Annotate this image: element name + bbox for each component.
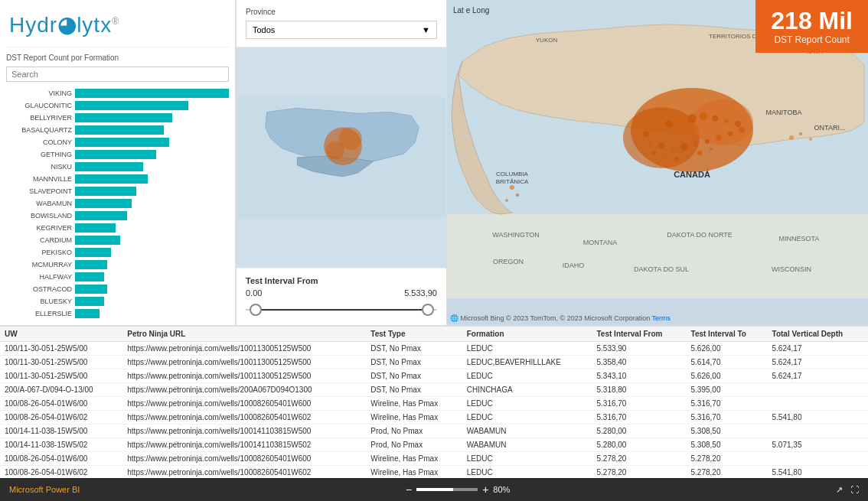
- zoom-in-button[interactable]: +: [482, 483, 488, 496]
- range-max: 5.533,90: [404, 288, 437, 298]
- bar-track: [75, 174, 229, 184]
- main-wrapper: Hydr◕lytx® DST Report Count por Formatio…: [0, 0, 868, 501]
- bar-row[interactable]: WABAMUN: [6, 198, 229, 209]
- bar-row[interactable]: HALFWAY: [6, 272, 229, 282]
- kpi-subtitle: DST Report Count: [771, 34, 853, 45]
- table-row[interactable]: 100/11-30-051-25W5/00https://www.petroni…: [0, 342, 868, 356]
- chart-title: DST Report Count por Formation: [6, 54, 229, 62]
- table-row[interactable]: 100/08-26-054-01W6/00https://www.petroni…: [0, 397, 868, 411]
- table-row[interactable]: 100/14-11-038-15W5/00https://www.petroni…: [0, 425, 868, 438]
- cell-url[interactable]: https://www.petroninja.com/wells/1000826…: [122, 466, 366, 479]
- bar-row[interactable]: MANNVILLE: [6, 174, 229, 184]
- chevron-down-icon: ▼: [422, 25, 430, 34]
- range-thumb-right[interactable]: [422, 304, 434, 316]
- bar-fill: [75, 248, 111, 257]
- bar-row[interactable]: BLUESKY: [6, 296, 229, 307]
- bar-track: [75, 187, 229, 196]
- cell-to: 5.395,00: [687, 383, 768, 397]
- bar-row[interactable]: BELLYRIVER: [6, 112, 229, 123]
- svg-rect-5: [447, 214, 868, 298]
- bar-row[interactable]: SLAVEPOINT: [6, 186, 229, 197]
- table-row[interactable]: 100/14-11-038-15W5/02https://www.petroni…: [0, 438, 868, 452]
- bar-row[interactable]: KEGRIVER: [6, 223, 229, 233]
- bar-row[interactable]: NISKU: [6, 161, 229, 172]
- svg-text:WASHINGTON: WASHINGTON: [492, 231, 540, 239]
- cell-url[interactable]: https://www.petroninja.com/wells/1001130…: [122, 342, 366, 356]
- bar-row[interactable]: VIKING: [6, 88, 229, 99]
- svg-point-17: [735, 121, 741, 127]
- table-row[interactable]: 200/A-067-D/094-O-13/00https://www.petro…: [0, 383, 868, 397]
- cell-test-type: DST, No Pmax: [366, 369, 462, 383]
- bar-row[interactable]: COLONY: [6, 137, 229, 148]
- bar-row[interactable]: ELLERSLIE: [6, 308, 229, 319]
- bar-fill: [75, 297, 104, 306]
- terms-link[interactable]: Terms: [652, 314, 671, 322]
- cell-url[interactable]: https://www.petroninja.com/wells/1000826…: [122, 452, 366, 466]
- table-row[interactable]: 100/08-26-054-01W6/02https://www.petroni…: [0, 466, 868, 479]
- cell-url[interactable]: https://www.petroninja.com/wells/200A067…: [122, 383, 366, 397]
- bar-label: GETHING: [6, 151, 75, 158]
- cell-url[interactable]: https://www.petroninja.com/wells/1000826…: [122, 397, 366, 411]
- cell-test-type: DST, No Pmax: [366, 383, 462, 397]
- cell-from: 5.280,00: [592, 438, 687, 452]
- province-select[interactable]: Todos ▼: [246, 21, 437, 39]
- svg-point-20: [671, 147, 675, 151]
- cell-tvd: 5.541,80: [768, 466, 868, 479]
- bar-label: OSTRACOD: [6, 285, 75, 293]
- bar-row[interactable]: CARDIUM: [6, 235, 229, 246]
- cell-tvd: 5.624,17: [768, 369, 868, 383]
- table-row[interactable]: 100/08-26-054-01W6/02https://www.petroni…: [0, 411, 868, 425]
- cell-uw: 100/14-11-038-15W5/02: [0, 438, 122, 452]
- table-row[interactable]: 100/11-30-051-25W5/00https://www.petroni…: [0, 369, 868, 383]
- cell-from: 5.533,90: [592, 342, 687, 356]
- table-row[interactable]: 100/11-30-051-25W5/00https://www.petroni…: [0, 356, 868, 369]
- bar-row[interactable]: BOWISLAND: [6, 210, 229, 221]
- province-map-area: [237, 47, 446, 268]
- cell-from: 5.278,20: [592, 466, 687, 479]
- table-row[interactable]: 100/08-26-054-01W6/00https://www.petroni…: [0, 452, 868, 466]
- col-from: Test Interval From: [592, 327, 687, 342]
- range-thumb-left[interactable]: [250, 304, 262, 316]
- cell-to: 5.278,20: [687, 452, 768, 466]
- bar-row[interactable]: GETHING: [6, 149, 229, 160]
- cell-tvd: 5.541,80: [768, 411, 868, 425]
- cell-test-type: Prod, No Pmax: [366, 425, 462, 438]
- cell-test-type: DST, No Pmax: [366, 356, 462, 369]
- bar-row[interactable]: BASALQUARTZ: [6, 125, 229, 135]
- svg-point-36: [789, 135, 794, 140]
- power-bi-link[interactable]: Microsoft Power BI: [9, 485, 80, 494]
- zoom-level: 80%: [493, 485, 510, 494]
- bar-fill: [75, 89, 229, 98]
- svg-point-13: [687, 114, 697, 123]
- cell-url[interactable]: https://www.petroninja.com/wells/1001130…: [122, 356, 366, 369]
- bar-row[interactable]: GLAUCONITIC: [6, 100, 229, 111]
- cell-test-type: Prod, No Pmax: [366, 438, 462, 452]
- cell-to: 5.308,50: [687, 425, 768, 438]
- svg-text:DAKOTA DO NORTE: DAKOTA DO NORTE: [667, 231, 733, 239]
- bar-label: PEKISKO: [6, 249, 75, 256]
- svg-point-26: [739, 127, 745, 133]
- bar-fill: [75, 125, 164, 135]
- cell-formation: LEDUC: [462, 397, 592, 411]
- bar-label: BELLYRIVER: [6, 114, 75, 122]
- cell-uw: 100/11-30-051-25W5/00: [0, 369, 122, 383]
- bar-row[interactable]: MCMURRAY: [6, 259, 229, 270]
- bar-fill: [75, 223, 116, 233]
- svg-point-3: [326, 141, 344, 159]
- share-icon[interactable]: ↗: [836, 485, 843, 495]
- zoom-slider[interactable]: [416, 488, 478, 491]
- cell-url[interactable]: https://www.petroninja.com/wells/1001411…: [122, 425, 366, 438]
- test-interval-section: Test Interval From 0.00 5.533,90: [237, 268, 446, 325]
- bar-row[interactable]: PEKISKO: [6, 247, 229, 258]
- fullscreen-icon[interactable]: ⛶: [850, 485, 859, 495]
- cell-url[interactable]: https://www.petroninja.com/wells/1000826…: [122, 411, 366, 425]
- cell-url[interactable]: https://www.petroninja.com/wells/1001130…: [122, 369, 366, 383]
- range-slider[interactable]: [246, 302, 437, 317]
- cell-formation: WABAMUN: [462, 425, 592, 438]
- svg-point-30: [687, 155, 690, 158]
- cell-url[interactable]: https://www.petroninja.com/wells/1001411…: [122, 438, 366, 452]
- zoom-out-button[interactable]: −: [406, 483, 412, 496]
- bar-row[interactable]: OSTRACOD: [6, 284, 229, 294]
- search-input[interactable]: [6, 67, 229, 82]
- cell-from: 5.316,70: [592, 397, 687, 411]
